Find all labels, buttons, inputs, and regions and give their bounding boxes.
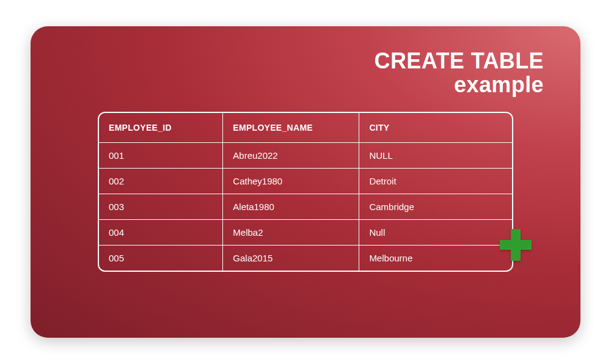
cell-employee-id: 001 (99, 142, 223, 168)
table-header-row: EMPLOYEE_ID EMPLOYEE_NAME CITY (99, 113, 512, 143)
cell-employee-name: Abreu2022 (223, 142, 359, 168)
col-header-city: CITY (359, 113, 512, 143)
cell-employee-id: 003 (99, 194, 223, 219)
title-line-2: example (55, 73, 544, 97)
title-line-1: CREATE TABLE (55, 49, 544, 73)
cell-employee-name: Melba2 (223, 219, 359, 245)
cell-employee-id: 005 (99, 245, 223, 271)
table-row: 003 Aleta1980 Cambridge (99, 194, 512, 219)
table-row: 002 Cathey1980 Detroit (99, 168, 512, 194)
data-table: EMPLOYEE_ID EMPLOYEE_NAME CITY 001 Abreu… (99, 113, 512, 271)
table-wrap: EMPLOYEE_ID EMPLOYEE_NAME CITY 001 Abreu… (98, 112, 513, 272)
plus-icon (497, 227, 534, 263)
col-header-employee-name: EMPLOYEE_NAME (223, 113, 359, 143)
cell-city: Melbourne (359, 245, 512, 271)
title-block: CREATE TABLE example (55, 49, 544, 97)
cell-employee-name: Aleta1980 (223, 194, 359, 219)
cell-city: Detroit (359, 168, 512, 194)
card: CREATE TABLE example EMPLOYEE_ID EMPLOYE… (31, 26, 580, 338)
col-header-employee-id: EMPLOYEE_ID (99, 113, 223, 143)
data-table-border: EMPLOYEE_ID EMPLOYEE_NAME CITY 001 Abreu… (98, 112, 513, 272)
table-row: 004 Melba2 Null (99, 219, 512, 245)
svg-rect-1 (500, 240, 532, 250)
cell-city: NULL (359, 142, 512, 168)
cell-city: Null (359, 219, 512, 245)
cell-employee-id: 004 (99, 219, 223, 245)
table-row: 005 Gala2015 Melbourne (99, 245, 512, 271)
table-row: 001 Abreu2022 NULL (99, 142, 512, 168)
cell-employee-name: Gala2015 (223, 245, 359, 271)
cell-employee-name: Cathey1980 (223, 168, 359, 194)
cell-city: Cambridge (359, 194, 512, 219)
cell-employee-id: 002 (99, 168, 223, 194)
